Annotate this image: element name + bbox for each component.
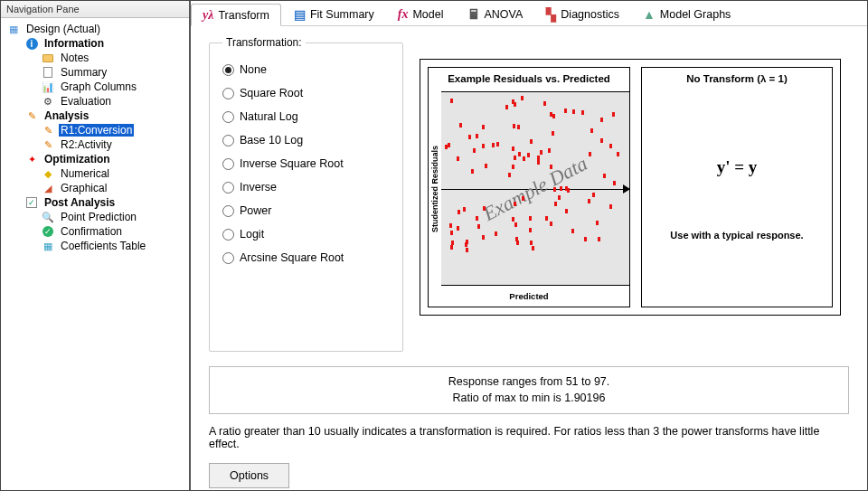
radio-none[interactable]: None: [222, 58, 390, 81]
options-button[interactable]: Options: [209, 463, 289, 488]
tab-transform[interactable]: yλTransform: [191, 4, 281, 26]
tree-notes[interactable]: Notes: [3, 51, 187, 65]
preview-panels: Example Residuals vs. Predicted Studenti…: [420, 59, 841, 316]
main-content: yλTransform ▤Fit Summary fxModel 🖩ANOVA …: [191, 1, 867, 490]
residuals-plot-panel: Example Residuals vs. Predicted Studenti…: [428, 67, 630, 307]
transform-formula: y' = y: [717, 157, 758, 177]
analysis-icon: ✎: [24, 109, 39, 122]
radio-icon: [222, 252, 234, 264]
tab-model[interactable]: fxModel: [387, 4, 455, 25]
radio-inverse[interactable]: Inverse: [222, 175, 390, 199]
tab-diagnostics[interactable]: ▚Diagnostics: [535, 4, 630, 25]
residuals-ylabel: Studentized Residuals: [429, 91, 441, 286]
tab-content: Transformation: None Square Root Natural…: [191, 26, 867, 490]
residuals-plot: Example Data: [441, 91, 629, 286]
tab-bar: yλTransform ▤Fit Summary fxModel 🖩ANOVA …: [191, 1, 867, 26]
tree-analysis[interactable]: ✎Analysis: [3, 109, 187, 123]
diagnostics-icon: ▚: [546, 7, 556, 22]
transformation-legend: Transformation:: [222, 36, 306, 49]
radio-arcsine-square-root[interactable]: Arcsine Square Root: [222, 246, 390, 269]
tree-design[interactable]: ▦Design (Actual): [3, 22, 187, 36]
radio-icon: [222, 88, 234, 99]
checkbox-icon: ✓: [24, 196, 39, 209]
transform-info-panel: No Transform (λ = 1) y' = y Use with a t…: [641, 67, 833, 307]
tree-confirmation[interactable]: ✓Confirmation: [3, 224, 187, 239]
arrow-icon: [623, 184, 629, 194]
summary-line-2: Ratio of max to min is 1.90196: [217, 391, 841, 407]
tree-graph-columns[interactable]: 📊Graph Columns: [3, 80, 187, 94]
tree-graphical[interactable]: ◢Graphical: [3, 181, 187, 195]
radio-square-root[interactable]: Square Root: [222, 81, 390, 105]
radio-icon: [222, 64, 234, 76]
edit-icon: ✎: [41, 138, 55, 151]
tab-fit-summary[interactable]: ▤Fit Summary: [283, 4, 385, 25]
residuals-plot-title: Example Residuals vs. Predicted: [429, 68, 629, 91]
radio-logit[interactable]: Logit: [222, 222, 390, 246]
edit-icon: ✎: [41, 124, 55, 137]
check-icon: ✓: [41, 225, 55, 238]
tree-optimization[interactable]: ✦Optimization: [3, 152, 187, 166]
tree-coeff-table[interactable]: ▦Coefficients Table: [3, 239, 187, 253]
options-area: Options: [209, 463, 849, 488]
tab-model-graphs[interactable]: ▲Model Graphs: [632, 4, 741, 25]
radio-base10-log[interactable]: Base 10 Log: [222, 128, 390, 152]
tree-r2-activity[interactable]: ✎R2:Activity: [3, 137, 187, 152]
radio-icon: [222, 158, 234, 170]
nav-pane-title: Navigation Pane: [1, 1, 189, 18]
radio-icon: [222, 111, 234, 123]
radio-icon: [222, 182, 234, 194]
page-icon: [41, 66, 55, 79]
radio-natural-log[interactable]: Natural Log: [222, 105, 390, 128]
tree-summary[interactable]: Summary: [3, 65, 187, 80]
radio-icon: [222, 229, 234, 241]
tree-r1-conversion[interactable]: ✎R1:Conversion: [3, 123, 187, 137]
radio-icon: [222, 135, 234, 146]
radio-power[interactable]: Power: [222, 199, 390, 222]
anova-icon: 🖩: [467, 7, 480, 22]
transformation-fieldset: Transformation: None Square Root Natural…: [209, 42, 403, 352]
table-icon: ▦: [41, 240, 55, 252]
numerical-icon: ◆: [41, 167, 55, 180]
tree-numerical[interactable]: ◆Numerical: [3, 166, 187, 181]
target-icon: ✦: [24, 153, 39, 165]
tree-post-analysis[interactable]: ✓Post Analysis: [3, 195, 187, 210]
transform-caption: Use with a typical response.: [670, 230, 803, 241]
grid-icon: ▦: [6, 23, 21, 35]
summary-line-1: Response ranges from 51 to 97.: [217, 374, 841, 391]
navigation-pane: Navigation Pane ▦Design (Actual) iInform…: [1, 1, 191, 490]
transform-info-title: No Transform (λ = 1): [642, 68, 832, 91]
nav-tree: ▦Design (Actual) iInformation Notes Summ…: [1, 18, 189, 490]
model-graphs-icon: ▲: [643, 7, 656, 22]
fit-summary-icon: ▤: [294, 7, 306, 22]
model-icon: fx: [398, 7, 409, 22]
folder-icon: [41, 52, 55, 64]
transform-icon: yλ: [203, 8, 213, 23]
tree-point-prediction[interactable]: 🔍Point Prediction: [3, 210, 187, 224]
info-icon: i: [24, 37, 39, 50]
residuals-xlabel: Predicted: [429, 286, 629, 307]
tree-evaluation[interactable]: ⚙Evaluation: [3, 94, 187, 109]
ratio-note: A ratio greater than 10 usually indicate…: [209, 425, 849, 450]
tab-anova[interactable]: 🖩ANOVA: [457, 4, 534, 25]
zoom-icon: 🔍: [41, 211, 55, 223]
radio-icon: [222, 205, 234, 217]
graphical-icon: ◢: [41, 182, 55, 194]
chart-icon: 📊: [41, 80, 55, 93]
gear-icon: ⚙: [41, 95, 55, 108]
tree-information[interactable]: iInformation: [3, 36, 187, 51]
response-summary: Response ranges from 51 to 97. Ratio of …: [209, 366, 849, 414]
radio-inverse-square-root[interactable]: Inverse Square Root: [222, 152, 390, 175]
